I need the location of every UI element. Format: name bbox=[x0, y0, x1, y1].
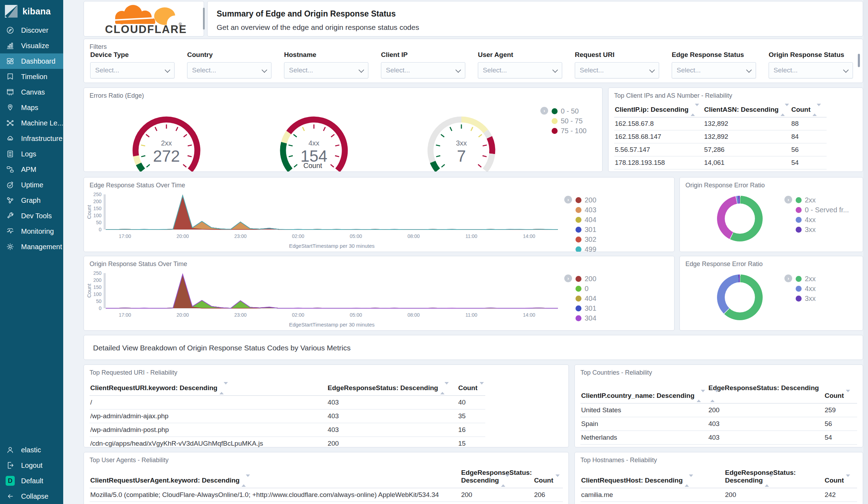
column-header[interactable]: ClientRequestURI.keyword: Descending bbox=[90, 382, 327, 395]
legend-collapse-toggle[interactable]: › bbox=[784, 196, 792, 203]
legend-item-3xx[interactable]: 3xx bbox=[796, 225, 849, 234]
legend-item-50-75[interactable]: 50 - 75 bbox=[552, 116, 586, 126]
column-header[interactable]: ClientIP.country_name: Descending bbox=[580, 382, 708, 403]
filter-select-device-type[interactable]: Select... bbox=[90, 62, 175, 78]
sidebar-footer-item-default[interactable]: DDefault bbox=[0, 473, 63, 489]
column-header[interactable]: ClientASN: Descending bbox=[703, 103, 790, 117]
legend-item-2xx[interactable]: 2xx bbox=[796, 195, 849, 205]
sidebar-item-dev-tools[interactable]: Dev Tools bbox=[0, 208, 63, 224]
sidebar-item-management[interactable]: Management bbox=[0, 239, 63, 254]
legend-item-2xx[interactable]: 2xx bbox=[796, 274, 816, 284]
chevron-down-icon bbox=[262, 67, 267, 73]
sidebar-item-canvas[interactable]: Canvas bbox=[0, 84, 63, 100]
legend-color-dot bbox=[796, 217, 802, 223]
table-cell: 200 bbox=[460, 488, 533, 502]
table-cell: United States bbox=[580, 444, 708, 447]
sidebar-item-discover[interactable]: Discover bbox=[0, 22, 63, 38]
legend-collapse-toggle[interactable]: › bbox=[784, 274, 792, 282]
column-header[interactable]: Count bbox=[458, 382, 485, 395]
filter-select-request-uri[interactable]: Select... bbox=[575, 62, 659, 78]
sidebar-item-maps[interactable]: Maps bbox=[0, 100, 63, 115]
table-row: 162.158.68.147132,89284 bbox=[614, 130, 827, 143]
sidebar-item-infrastructure[interactable]: Infrastructure bbox=[0, 131, 63, 146]
column-header[interactable]: Count bbox=[824, 466, 857, 488]
panel-origin-response-error-ratio: Origin Response Error Ratio›2xx0 - Serve… bbox=[679, 177, 863, 252]
legend-item-0-50[interactable]: 0 - 50 bbox=[552, 106, 586, 116]
svg-text:20:00: 20:00 bbox=[177, 312, 189, 318]
legend-item-304[interactable]: 304 bbox=[576, 313, 596, 323]
legend-item-0-served-fr[interactable]: 0 - Served fr... bbox=[796, 205, 849, 215]
sidebar-item-visualize[interactable]: Visualize bbox=[0, 38, 63, 53]
column-header[interactable]: ClientRequestUserAgent.keyword: Descendi… bbox=[90, 466, 460, 488]
legend-label: 403 bbox=[585, 206, 596, 214]
sidebar-item-graph[interactable]: Graph bbox=[0, 193, 63, 208]
legend-item-301[interactable]: 301 bbox=[576, 225, 596, 234]
donut-chart-edge_donut[interactable] bbox=[717, 274, 763, 320]
filter-select-hostname[interactable]: Select... bbox=[284, 62, 368, 78]
legend-item-404[interactable]: 404 bbox=[576, 293, 596, 303]
legend-item-4xx[interactable]: 4xx bbox=[796, 215, 849, 225]
sidebar-item-label: Uptime bbox=[21, 181, 43, 189]
filter-select-origin-response-status[interactable]: Select... bbox=[769, 62, 853, 78]
sidebar-footer-item-logout[interactable]: Logout bbox=[0, 458, 63, 473]
sidebar-item-timelion[interactable]: Timelion bbox=[0, 69, 63, 84]
column-header[interactable]: Count bbox=[824, 382, 857, 403]
legend-label: 75 - 100 bbox=[561, 127, 586, 135]
legend-collapse-toggle[interactable]: › bbox=[564, 274, 572, 282]
column-header[interactable]: EdgeResponseStatus: Descending bbox=[327, 382, 458, 395]
filters-scrollbar[interactable] bbox=[858, 54, 860, 67]
legend-item-200[interactable]: 200 bbox=[576, 195, 596, 205]
kibana-logo[interactable]: kibana bbox=[0, 0, 63, 22]
sort-icon bbox=[781, 106, 789, 114]
table-row: Netherlands40354 bbox=[580, 431, 857, 444]
column-header[interactable]: Count bbox=[790, 103, 827, 117]
sidebar-item-label: Discover bbox=[21, 26, 48, 34]
legend-item-403[interactable]: 403 bbox=[576, 205, 596, 215]
sidebar-item-dashboard[interactable]: Dashboard bbox=[0, 53, 63, 69]
sidebar-footer-item-collapse[interactable]: Collapse bbox=[0, 489, 63, 504]
legend-collapse-toggle[interactable]: › bbox=[564, 196, 572, 203]
legend-item-200[interactable]: 200 bbox=[576, 274, 596, 284]
sidebar-item-logs[interactable]: Logs bbox=[0, 146, 63, 162]
legend-color-dot bbox=[576, 305, 581, 311]
sidebar-item-apm[interactable]: APM bbox=[0, 162, 63, 177]
column-header[interactable]: EdgeResponseStatus: Descending bbox=[460, 466, 533, 488]
column-header[interactable]: EdgeResponseStatus: Descending bbox=[708, 382, 824, 403]
filter-select-edge-response-status[interactable]: Select... bbox=[672, 62, 756, 78]
legend-item-75-100[interactable]: 75 - 100 bbox=[552, 126, 586, 136]
sidebar-item-uptime[interactable]: Uptime bbox=[0, 177, 63, 193]
panel-title: Errors Ratio (Edge) bbox=[90, 92, 144, 99]
legend-color-dot bbox=[552, 128, 558, 134]
filter-request-uri: Request URISelect... bbox=[575, 51, 659, 78]
logs-icon bbox=[6, 149, 15, 159]
sidebar-footer-item-elastic[interactable]: elastic bbox=[0, 442, 63, 458]
donut-chart-origin_donut[interactable] bbox=[717, 196, 763, 241]
column-header[interactable]: Count bbox=[533, 466, 563, 488]
legend-item-499[interactable]: 499 bbox=[576, 244, 596, 252]
filter-select-user-agent[interactable]: Select... bbox=[478, 62, 562, 78]
sidebar-item-monitoring[interactable]: Monitoring bbox=[0, 224, 63, 239]
select-placeholder: Select... bbox=[580, 66, 604, 74]
column-header[interactable]: ClientIP.ip: Descending bbox=[614, 103, 703, 117]
legend-color-dot bbox=[552, 118, 558, 124]
svg-text:200: 200 bbox=[93, 277, 102, 283]
filter-select-client-ip[interactable]: Select... bbox=[381, 62, 465, 78]
panel-divider-handle[interactable] bbox=[203, 8, 205, 30]
column-header[interactable]: ClientRequestHost: Descending bbox=[580, 466, 724, 488]
legend-item-3xx[interactable]: 3xx bbox=[796, 293, 816, 303]
filter-select-country[interactable]: Select... bbox=[187, 62, 271, 78]
legend-item-302[interactable]: 302 bbox=[576, 234, 596, 244]
legend-item-404[interactable]: 404 bbox=[576, 215, 596, 225]
column-header[interactable]: EdgeResponseStatus: Descending bbox=[724, 466, 824, 488]
graph-icon bbox=[6, 196, 15, 205]
sidebar-item-machine-le[interactable]: Machine Le... bbox=[0, 115, 63, 131]
sidebar-item-label: Dev Tools bbox=[21, 212, 52, 220]
panel-errors-ratio-edge: Errors Ratio (Edge)2xx2724xx1543xx7Count… bbox=[84, 88, 603, 172]
legend-item-4xx[interactable]: 4xx bbox=[796, 284, 816, 293]
page-scrollbar-track[interactable] bbox=[863, 0, 868, 504]
svg-text:20:00: 20:00 bbox=[177, 233, 189, 239]
legend-collapse-toggle[interactable]: › bbox=[540, 107, 548, 115]
legend-item-0[interactable]: 0 bbox=[576, 284, 596, 293]
panel-title: Top Hostnames - Reliability bbox=[580, 457, 657, 464]
legend-item-301[interactable]: 301 bbox=[576, 303, 596, 313]
